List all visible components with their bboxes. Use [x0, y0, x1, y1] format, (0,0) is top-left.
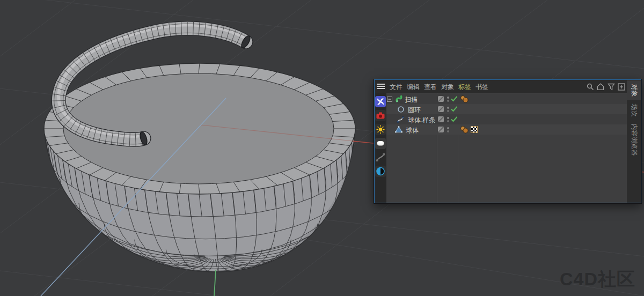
layer-chip[interactable]	[438, 116, 444, 122]
watermark: C4D社区	[560, 267, 635, 292]
layer-chip[interactable]	[438, 96, 444, 102]
object-tree: 扫描 圆环	[386, 93, 627, 203]
visibility-dots[interactable]	[446, 116, 450, 123]
circle-spline-icon	[397, 106, 405, 113]
visibility-dots[interactable]	[446, 126, 450, 134]
object-manager-menubar: 文件 编辑 查看 对象 标签 书签	[375, 80, 641, 93]
object-label: 球体	[406, 126, 419, 135]
tab-content-browser[interactable]: 内容浏览器	[627, 121, 641, 158]
collapse-expander[interactable]	[387, 97, 392, 102]
menu-view[interactable]: 查看	[424, 83, 437, 92]
search-icon[interactable]	[587, 83, 594, 91]
menu-bookmarks[interactable]: 书签	[475, 83, 488, 92]
menu-edit[interactable]: 编辑	[407, 83, 420, 92]
phong-tag-icon[interactable]	[460, 95, 469, 103]
texture-tag-icon[interactable]	[471, 126, 478, 133]
tree-row-sweep[interactable]: 扫描	[386, 94, 627, 104]
enabled-check-icon[interactable]	[451, 106, 458, 112]
light-pill-icon[interactable]	[375, 138, 386, 149]
spline-palette-icon[interactable]	[375, 152, 386, 163]
visibility-dots[interactable]	[446, 106, 450, 113]
enabled-check-icon[interactable]	[451, 116, 458, 122]
menu-tags[interactable]: 标签	[458, 83, 471, 92]
menu-objects[interactable]: 对象	[441, 83, 454, 92]
palette-strip	[375, 93, 386, 203]
polygon-sphere-icon	[394, 125, 403, 134]
tab-objects[interactable]: 对象	[627, 80, 641, 100]
visibility-dots[interactable]	[446, 95, 450, 103]
object-label: 球体.样条	[408, 116, 435, 125]
tree-row-circle[interactable]: 圆环	[386, 104, 627, 114]
contrast-icon[interactable]	[375, 166, 386, 177]
layer-chip[interactable]	[438, 127, 444, 132]
pinwheel-icon[interactable]	[375, 96, 386, 107]
menu-hamburger-icon[interactable]	[377, 84, 385, 90]
object-manager-panel: 文件 编辑 查看 对象 标签 书签	[374, 79, 641, 203]
camera-icon[interactable]	[375, 110, 386, 121]
layer-chip[interactable]	[438, 106, 444, 112]
filter-icon[interactable]	[608, 83, 615, 91]
tree-row-sphere[interactable]: 球体	[386, 124, 627, 135]
tab-takes[interactable]: 场次	[627, 101, 641, 119]
sun-icon[interactable]	[375, 124, 386, 135]
add-layer-icon[interactable]	[618, 83, 625, 91]
object-label: 扫描	[405, 95, 418, 105]
sweep-object-icon	[395, 95, 403, 103]
side-tab-strip: 对象 场次 内容浏览器	[627, 80, 641, 203]
home-icon[interactable]	[597, 83, 604, 91]
spline-icon	[397, 115, 405, 123]
menu-file[interactable]: 文件	[390, 83, 402, 92]
c4d-application: C4D社区 文件 编辑 查看 对象 标签 书签	[0, 0, 644, 296]
enabled-check-icon[interactable]	[451, 96, 458, 102]
tree-row-sphere-spline[interactable]: 球体.样条	[386, 114, 627, 124]
object-label: 圆环	[408, 106, 421, 115]
phong-tag-icon[interactable]	[460, 126, 469, 134]
